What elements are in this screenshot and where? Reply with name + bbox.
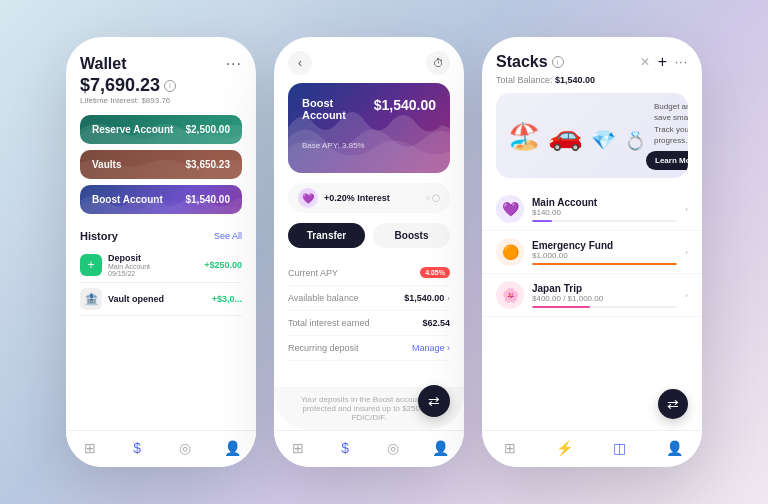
emergency-fund-progress-bar — [532, 263, 677, 265]
boost-card: Boost Account $1,540.00 Base APY: 3.85% — [288, 83, 450, 173]
stack-item-japan[interactable]: 🌸 Japan Trip $400.00 / $1,000.00 › — [482, 274, 702, 317]
emergency-fund-icon: 🟠 — [496, 238, 524, 266]
stat-recurring-label: Recurring deposit — [288, 343, 359, 353]
transfer-fab-icon: ⇄ — [428, 393, 440, 409]
main-account-progress-fill — [532, 220, 552, 222]
nav-home-right[interactable]: ⊞ — [501, 439, 519, 457]
stacks-close-icon[interactable]: ✕ — [640, 55, 650, 69]
vault-account-card[interactable]: Vaults $3,650.23 — [80, 150, 242, 179]
user-icon-center: 👤 — [431, 439, 449, 457]
stat-interest-value: $62.54 — [422, 318, 450, 328]
car-icon: 🚗 — [548, 119, 583, 152]
stacks-phone: Stacks i ✕ + ··· Total Balance: $1,540.0… — [482, 37, 702, 467]
nav-user[interactable]: 👤 — [223, 439, 241, 457]
history-item-deposit[interactable]: + Deposit Main Account09/15/22 +$250.00 — [80, 248, 242, 283]
stacks-total-amount: $1,540.00 — [555, 75, 595, 85]
transfer-fab[interactable]: ⇄ — [418, 385, 450, 417]
history-title: History — [80, 230, 118, 242]
clock-icon: ⏱ — [433, 57, 444, 69]
beach-icon: 🏖️ — [508, 121, 540, 152]
japan-trip-icon: 🌸 — [496, 281, 524, 309]
emergency-chevron: › — [685, 248, 688, 257]
lifetime-interest: Lifetime Interest: $893.76 — [80, 96, 242, 105]
interest-toggle[interactable]: ○ ◯ — [426, 194, 440, 202]
nav-chart-center[interactable]: ◎ — [384, 439, 402, 457]
stacks-info-icon[interactable]: i — [552, 56, 564, 68]
stacks-transfer-fab[interactable]: ⇄ — [658, 389, 688, 419]
stat-apy-value: 4.05% — [420, 267, 450, 278]
main-chevron: › — [685, 205, 688, 214]
stacks-add-icon[interactable]: + — [658, 53, 667, 71]
learn-more-button[interactable]: Learn More — [646, 151, 688, 170]
boost-phone: ‹ ⏱ Boost Account $1,540.00 Base APY: 3.… — [274, 37, 464, 467]
stack-item-main[interactable]: 💜 Main Account $140.00 › — [482, 188, 702, 231]
history-item-vault[interactable]: 🏦 Vault opened +$3,0... — [80, 283, 242, 316]
nav-dollar-center[interactable]: $ — [336, 439, 354, 457]
manage-chevron: › — [447, 343, 450, 353]
stacks-bottom-nav: ⊞ ⚡ ◫ 👤 — [482, 430, 702, 467]
vault-amount: +$3,0... — [212, 294, 242, 304]
manage-link[interactable]: Manage › — [412, 343, 450, 353]
vault-account-name: Vaults — [92, 159, 121, 170]
stat-apy-label: Current APY — [288, 268, 338, 278]
stacks-title: Stacks — [496, 53, 548, 71]
stat-balance-value: $1,540.00 › — [404, 293, 450, 303]
vault-account-amount: $3,650.23 — [186, 159, 231, 170]
boost-card-amount: $1,540.00 — [374, 97, 436, 113]
nav-user-right[interactable]: 👤 — [666, 439, 684, 457]
ring-icon: 💍 — [624, 130, 646, 152]
chart-icon-center: ◎ — [384, 439, 402, 457]
see-all-link[interactable]: See All — [214, 231, 242, 241]
nav-user-center[interactable]: 👤 — [431, 439, 449, 457]
nav-layers-right[interactable]: ◫ — [611, 439, 629, 457]
home-icon: ⊞ — [81, 439, 99, 457]
main-account-icon: 💜 — [496, 195, 524, 223]
history-button[interactable]: ⏱ — [426, 51, 450, 75]
info-icon[interactable]: i — [164, 80, 176, 92]
japan-trip-progress-bar — [532, 306, 677, 308]
interest-label: +0.20% Interest — [324, 193, 390, 203]
dollar-icon-center: $ — [336, 439, 354, 457]
deposit-sub: Main Account09/15/22 — [108, 263, 198, 277]
transfer-button[interactable]: Transfer — [288, 223, 365, 248]
japan-trip-name: Japan Trip — [532, 283, 677, 294]
home-icon-center: ⊞ — [289, 439, 307, 457]
user-icon: 👤 — [223, 439, 241, 457]
boost-account-card[interactable]: Boost Account $1,540.00 — [80, 185, 242, 214]
chart-icon: ◎ — [176, 439, 194, 457]
boost-bottom-nav: ⊞ $ ◎ 👤 — [274, 430, 464, 467]
boosts-button[interactable]: Boosts — [373, 223, 450, 248]
apy-badge: 4.05% — [420, 267, 450, 278]
wallet-phone: Wallet ··· $7,690.23 i Lifetime Interest… — [66, 37, 256, 467]
vault-icon: 🏦 — [80, 288, 102, 310]
stacks-illustration: 🏖️ 🚗 💎 💍 Budget and save smarter. Track … — [496, 93, 688, 178]
layers-icon-right: ◫ — [611, 439, 629, 457]
boost-account-name: Boost Account — [92, 194, 163, 205]
main-account-name: Main Account — [532, 197, 677, 208]
stack-item-emergency[interactable]: 🟠 Emergency Fund $1,000.00 › — [482, 231, 702, 274]
nav-home-center[interactable]: ⊞ — [289, 439, 307, 457]
home-icon-right: ⊞ — [501, 439, 519, 457]
nav-chart[interactable]: ◎ — [176, 439, 194, 457]
reserve-account-card[interactable]: Reserve Account $2,500.00 — [80, 115, 242, 144]
deposit-label: Deposit — [108, 253, 198, 263]
japan-chevron: › — [685, 291, 688, 300]
vault-label: Vault opened — [108, 294, 206, 304]
nav-bolt-right[interactable]: ⚡ — [556, 439, 574, 457]
main-account-progress-bar — [532, 220, 677, 222]
main-account-amount: $140.00 — [532, 208, 677, 217]
bottom-nav: ⊞ $ ◎ 👤 — [66, 430, 256, 467]
boost-card-title: Boost Account — [302, 97, 374, 121]
back-button[interactable]: ‹ — [288, 51, 312, 75]
gem-icon: 💎 — [591, 128, 616, 152]
more-options-icon[interactable]: ··· — [226, 55, 242, 73]
stat-balance: Available balance $1,540.00 › — [288, 286, 450, 311]
user-icon-right: 👤 — [666, 439, 684, 457]
reserve-account-name: Reserve Account — [92, 124, 173, 135]
interest-badge: 💜 +0.20% Interest ○ ◯ — [288, 183, 450, 213]
nav-dollar[interactable]: $ — [128, 439, 146, 457]
japan-trip-progress-fill — [532, 306, 590, 308]
dollar-icon: $ — [128, 439, 146, 457]
stacks-more-icon[interactable]: ··· — [675, 55, 688, 69]
nav-home[interactable]: ⊞ — [81, 439, 99, 457]
